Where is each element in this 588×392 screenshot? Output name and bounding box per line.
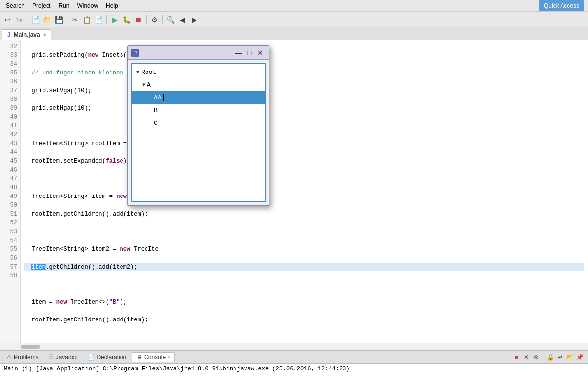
- tree-label-aa: AA: [154, 94, 162, 101]
- toolbar-prev-btn[interactable]: ◀: [177, 14, 188, 25]
- code-line-39: [24, 174, 584, 183]
- code-line-40: TreeItem<String> item = new TreeItem<: [24, 192, 584, 201]
- tree-label-root: Root: [141, 69, 156, 76]
- line-num-56: 56: [3, 254, 17, 263]
- tree-item-root[interactable]: ▼ Root: [132, 66, 265, 78]
- tree-arrow-root: ▼: [136, 70, 139, 75]
- console-word-wrap-btn[interactable]: ↵: [556, 353, 564, 362]
- toolbar-cut-btn[interactable]: ✂: [70, 14, 80, 25]
- toolbar-next-btn[interactable]: ▶: [189, 14, 199, 25]
- line-num-55: 55: [3, 245, 17, 254]
- toolbar-save-btn[interactable]: 💾: [53, 14, 64, 25]
- tree-item-a[interactable]: ▼ A: [132, 78, 265, 91]
- tree-item-aa[interactable]: AA: [132, 91, 265, 104]
- line-num-49: 49: [3, 192, 17, 201]
- tab-main-java[interactable]: J Main.java ×: [2, 29, 51, 40]
- line-num-44: 44: [3, 148, 17, 157]
- tree-arrow-a: ▼: [142, 82, 145, 88]
- line-numbers: 32 33 34 35 36 37 38 39 40 41 42 43 44 4…: [0, 40, 21, 343]
- fw-maximize-btn[interactable]: □: [244, 49, 255, 57]
- code-line-37: TreeItem<String> rootItem = new TreeI: [24, 139, 584, 148]
- quick-access-button[interactable]: Quick Access: [539, 0, 584, 11]
- toolbar-forward-btn[interactable]: ↪: [14, 14, 24, 25]
- bottom-tab-declaration[interactable]: 📄 Declaration: [83, 352, 131, 362]
- code-line-43: TreeItem<String> item2 = new TreeIte: [24, 245, 584, 254]
- bottom-tab-console-label: Console: [144, 354, 166, 361]
- menu-project[interactable]: Project: [28, 1, 54, 10]
- line-num-32: 32: [3, 42, 17, 51]
- floating-window: □ — □ ✕ ▼ Root ▼ A: [127, 45, 270, 206]
- line-num-47: 47: [3, 174, 17, 183]
- line-num-52: 52: [3, 219, 17, 227]
- console-remove-btn[interactable]: ✕: [522, 353, 531, 362]
- toolbar-sep-4: [146, 15, 147, 24]
- code-line-41: rootItem.getChildren().add(item);: [24, 210, 584, 219]
- line-num-57: 57: [3, 263, 17, 271]
- toolbar: ↩ ↪ 📄 📁 💾 ✂ 📋 📄 ▶ 🐛 ⏹ ⚙ 🔍 ◀ ▶: [0, 12, 588, 27]
- line-num-43: 43: [3, 139, 17, 148]
- line-num-45: 45: [3, 157, 17, 166]
- fw-close-btn[interactable]: ✕: [255, 49, 266, 57]
- fw-titlebar[interactable]: □ — □ ✕: [128, 46, 269, 60]
- javadoc-icon: ☰: [49, 354, 54, 361]
- console-scroll-lock-btn[interactable]: 🔒: [546, 353, 555, 362]
- tree-item-c[interactable]: C: [132, 117, 265, 129]
- toolbar-search-btn[interactable]: 🔍: [165, 14, 176, 25]
- tree-view[interactable]: ▼ Root ▼ A AA B: [131, 63, 266, 202]
- bottom-tab-javadoc[interactable]: ☰ Javadoc: [44, 352, 82, 362]
- code-line-34: grid.setVgap(10);: [24, 86, 584, 95]
- toolbar-stop-btn[interactable]: ⏹: [133, 14, 144, 25]
- line-num-50: 50: [3, 201, 17, 210]
- fw-minimize-btn[interactable]: —: [233, 49, 244, 57]
- bottom-tab-problems[interactable]: ⚠ Problems: [2, 352, 43, 362]
- tree-item-b[interactable]: B: [132, 104, 265, 117]
- menu-run[interactable]: Run: [54, 1, 73, 10]
- bottom-tab-console[interactable]: 🖥 Console ×: [132, 352, 175, 362]
- toolbar-new-btn[interactable]: 📄: [30, 14, 41, 25]
- console-pin-btn[interactable]: 📌: [575, 353, 584, 362]
- line-num-46: 46: [3, 166, 17, 174]
- console-icon: 🖥: [136, 354, 142, 361]
- bottom-panel: ⚠ Problems ☰ Javadoc 📄 Declaration 🖥 Con…: [0, 350, 588, 392]
- line-num-42: 42: [3, 130, 17, 139]
- line-num-35: 35: [3, 69, 17, 77]
- toolbar-debug-btn[interactable]: 🐛: [121, 14, 132, 25]
- line-num-38: 38: [3, 95, 17, 104]
- bottom-tab-console-close[interactable]: ×: [168, 354, 171, 360]
- line-num-53: 53: [3, 227, 17, 236]
- console-stop-btn[interactable]: ■: [512, 353, 521, 362]
- hscroll-bar[interactable]: [21, 345, 40, 349]
- menu-help[interactable]: Help: [102, 1, 122, 10]
- tab-close-btn[interactable]: ×: [43, 32, 46, 38]
- toolbar-settings-btn[interactable]: ⚙: [149, 14, 160, 25]
- bottom-tab-declaration-label: Declaration: [97, 354, 126, 361]
- toolbar-copy-btn[interactable]: 📋: [81, 14, 92, 25]
- code-editor[interactable]: grid.setPadding(new Insets(10, 10, 10, 1…: [21, 40, 588, 343]
- fw-icon-text: □: [134, 50, 137, 55]
- menu-window[interactable]: Window: [73, 1, 102, 10]
- toolbar-back-btn[interactable]: ↩: [2, 14, 13, 25]
- cursor: [163, 94, 164, 101]
- line-num-51: 51: [3, 210, 17, 219]
- toolbar-open-btn[interactable]: 📁: [42, 14, 52, 25]
- toolbar-run-btn[interactable]: ▶: [109, 14, 120, 25]
- menu-search[interactable]: Search: [2, 1, 28, 10]
- tab-icon: J: [7, 31, 11, 38]
- console-output: Main (1) [Java Application] C:\Program F…: [0, 364, 588, 392]
- code-line-38: rootItem.setExpanded(false);: [24, 157, 584, 166]
- line-num-36: 36: [3, 77, 17, 86]
- tree-label-c: C: [154, 120, 158, 127]
- bottom-tab-problems-label: Problems: [14, 354, 39, 361]
- line-num-54: 54: [3, 236, 17, 245]
- console-clear-btn[interactable]: ⊗: [532, 353, 540, 362]
- line-num-41: 41: [3, 122, 17, 130]
- code-line-45: [24, 280, 584, 289]
- toolbar-sep-1: [27, 15, 27, 24]
- line-num-39: 39: [3, 104, 17, 113]
- problems-icon: ⚠: [6, 354, 12, 361]
- tab-label: Main.java: [14, 31, 40, 38]
- code-line-42: [24, 227, 584, 236]
- toolbar-sep-2: [67, 15, 67, 24]
- toolbar-paste-btn[interactable]: 📄: [93, 14, 104, 25]
- console-open-btn[interactable]: 📂: [565, 353, 574, 362]
